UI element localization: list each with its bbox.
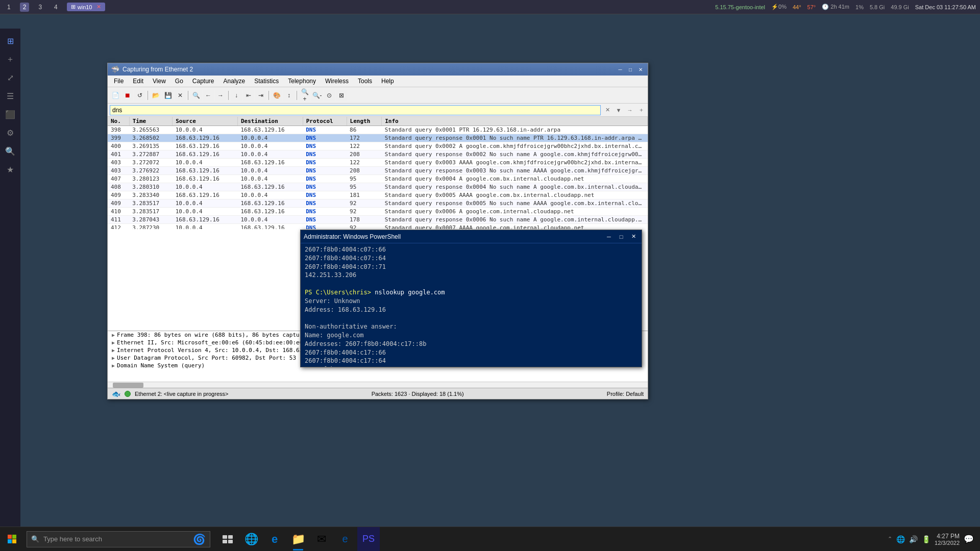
col-source[interactable]: Source bbox=[173, 117, 238, 126]
table-row[interactable]: 411 3.287043 168.63.129.16 10.0.0.4 DNS … bbox=[108, 216, 648, 224]
taskbar-edge[interactable]: e bbox=[263, 527, 286, 552]
taskbar-mail[interactable]: ✉ bbox=[310, 527, 333, 552]
btn-first[interactable]: ⇤ bbox=[243, 90, 254, 101]
search-bar[interactable]: 🔍 Type here to search 🌀 bbox=[27, 531, 210, 547]
workspace-1[interactable]: 1 bbox=[4, 3, 14, 12]
table-row[interactable]: 403 3.276922 168.63.129.16 10.0.0.4 DNS … bbox=[108, 167, 648, 175]
btn-open[interactable]: 📂 bbox=[150, 90, 161, 101]
table-row[interactable]: 400 3.269135 168.63.129.16 10.0.0.4 DNS … bbox=[108, 142, 648, 151]
menu-view[interactable]: View bbox=[149, 77, 170, 86]
menu-go[interactable]: Go bbox=[171, 77, 187, 86]
menu-capture[interactable]: Capture bbox=[188, 77, 218, 86]
menu-wireless[interactable]: Wireless bbox=[321, 77, 353, 86]
ps-minimize[interactable]: ─ bbox=[604, 232, 614, 241]
cpu2: 1% bbox=[855, 4, 864, 10]
table-row[interactable]: 410 3.283517 10.0.0.4 168.63.129.16 DNS … bbox=[108, 208, 648, 216]
col-no[interactable]: No. bbox=[108, 117, 129, 126]
col-destination[interactable]: Destination bbox=[237, 117, 303, 126]
scrollbar-thumb[interactable] bbox=[113, 383, 143, 388]
tray-show-hidden[interactable]: ⌃ bbox=[888, 536, 892, 542]
sidebar-home[interactable]: ⊞ bbox=[2, 33, 18, 49]
col-protocol[interactable]: Protocol bbox=[303, 117, 347, 126]
taskbar-ie[interactable]: 🌐 bbox=[240, 527, 262, 552]
col-length[interactable]: Length bbox=[347, 117, 382, 126]
taskview-btn[interactable] bbox=[216, 527, 239, 552]
sidebar-settings[interactable]: ⚙ bbox=[2, 124, 18, 141]
sidebar-apps[interactable]: ⬛ bbox=[2, 106, 18, 122]
btn-close[interactable]: ✕ bbox=[175, 90, 186, 101]
btn-zoom-in[interactable]: 🔍+ bbox=[299, 90, 310, 101]
wireshark-minimize[interactable]: ─ bbox=[616, 65, 624, 73]
scrollbar-area[interactable] bbox=[108, 382, 648, 388]
taskbar-ps[interactable]: PS bbox=[357, 527, 380, 552]
taskbar-ie2[interactable]: e bbox=[334, 527, 356, 552]
clock-time: 4:27 PM bbox=[935, 533, 960, 540]
menu-analyze[interactable]: Analyze bbox=[219, 77, 250, 86]
table-row[interactable]: 403 3.272072 10.0.0.4 168.63.129.16 DNS … bbox=[108, 159, 648, 167]
notification-center[interactable]: 💬 bbox=[964, 534, 974, 544]
btn-autoscroll[interactable]: ↕ bbox=[283, 90, 295, 101]
ps-maximize[interactable]: □ bbox=[616, 232, 626, 241]
win-tag[interactable]: ⊞ win10 ✕ bbox=[67, 3, 105, 11]
btn-new-capture[interactable]: 📄 bbox=[110, 90, 121, 101]
menu-file[interactable]: File bbox=[110, 77, 128, 86]
btn-find[interactable]: 🔍 bbox=[190, 90, 202, 101]
workspace-2[interactable]: 2 bbox=[20, 3, 30, 12]
col-time[interactable]: Time bbox=[129, 117, 173, 126]
detail-text: User Datagram Protocol, Src Port: 60982,… bbox=[117, 355, 296, 361]
ps-close[interactable]: ✕ bbox=[628, 232, 639, 241]
btn-goto[interactable]: ↓ bbox=[231, 90, 242, 101]
btn-save[interactable]: 💾 bbox=[162, 90, 174, 101]
ps-line: Addresses: 2607:f8b0:4004:c17::8b bbox=[305, 340, 638, 348]
btn-zoom-out[interactable]: 🔍- bbox=[311, 90, 323, 101]
desktop: ⊞ ＋ ⤢ ☰ ⬛ ⚙ 🔍 ★ ◉ ⚙ 🦈 Capturing from Eth… bbox=[0, 14, 980, 551]
table-row[interactable]: 398 3.265563 10.0.0.4 168.63.129.16 DNS … bbox=[108, 126, 648, 134]
col-info[interactable]: Info bbox=[382, 117, 648, 126]
sidebar-search[interactable]: 🔍 bbox=[2, 143, 18, 159]
btn-restart[interactable]: ↺ bbox=[134, 90, 145, 101]
taskbar-explorer[interactable]: 📁 bbox=[287, 527, 309, 552]
filter-apply[interactable]: → bbox=[625, 106, 634, 115]
workspace-3[interactable]: 3 bbox=[35, 3, 45, 12]
sep2 bbox=[188, 91, 188, 100]
menu-tools[interactable]: Tools bbox=[354, 77, 376, 86]
btn-last[interactable]: ⇥ bbox=[255, 90, 266, 101]
win-tag-close[interactable]: ✕ bbox=[96, 4, 101, 10]
filter-add[interactable]: ＋ bbox=[636, 106, 646, 115]
table-row[interactable]: 407 3.280123 168.63.129.16 10.0.0.4 DNS … bbox=[108, 175, 648, 183]
sidebar-star[interactable]: ★ bbox=[2, 161, 18, 178]
menu-statistics[interactable]: Statistics bbox=[250, 77, 283, 86]
table-row[interactable]: 412 3.287230 10.0.0.4 168.63.129.16 DNS … bbox=[108, 224, 648, 230]
table-row[interactable]: 409 3.283517 10.0.0.4 168.63.129.16 DNS … bbox=[108, 199, 648, 208]
btn-colorize[interactable]: 🎨 bbox=[271, 90, 282, 101]
sidebar-menu[interactable]: ☰ bbox=[2, 88, 18, 104]
workspace-4[interactable]: 4 bbox=[51, 3, 61, 12]
btn-zoom-reset[interactable]: ⊙ bbox=[324, 90, 335, 101]
filter-input[interactable] bbox=[110, 105, 601, 115]
filter-dropdown[interactable]: ▼ bbox=[614, 106, 623, 115]
cortana-icon: 🌀 bbox=[193, 533, 206, 545]
battery-icon[interactable]: 🔋 bbox=[922, 535, 930, 543]
system-clock[interactable]: 4:27 PM 12/3/2022 bbox=[935, 533, 960, 546]
menu-edit[interactable]: Edit bbox=[129, 77, 148, 86]
sidebar-add[interactable]: ＋ bbox=[2, 51, 18, 67]
ps-title: Administrator: Windows PowerShell bbox=[304, 233, 401, 240]
network-icon[interactable]: 🌐 bbox=[896, 535, 905, 543]
btn-stop[interactable]: ⏹ bbox=[122, 90, 133, 101]
menu-telephony[interactable]: Telephony bbox=[284, 77, 320, 86]
btn-go-back[interactable]: ← bbox=[203, 90, 214, 101]
volume-icon[interactable]: 🔊 bbox=[909, 535, 918, 543]
btn-go-fwd[interactable]: → bbox=[215, 90, 226, 101]
sidebar-layout[interactable]: ⤢ bbox=[2, 69, 18, 86]
menu-help[interactable]: Help bbox=[377, 77, 398, 86]
table-row[interactable]: 408 3.280310 10.0.0.4 168.63.129.16 DNS … bbox=[108, 183, 648, 191]
wireshark-close[interactable]: ✕ bbox=[636, 65, 645, 73]
filter-clear[interactable]: ✕ bbox=[603, 106, 612, 115]
start-button[interactable] bbox=[0, 527, 24, 552]
table-row[interactable]: 409 3.283340 168.63.129.16 10.0.0.4 DNS … bbox=[108, 191, 648, 199]
ps-line: 2607:f8b0:4004:c17::66 bbox=[305, 348, 638, 357]
table-row[interactable]: 401 3.272887 168.63.129.16 10.0.0.4 DNS … bbox=[108, 151, 648, 159]
table-row[interactable]: 399 3.268502 168.63.129.16 10.0.0.4 DNS … bbox=[108, 134, 648, 142]
wireshark-maximize[interactable]: □ bbox=[626, 65, 634, 73]
btn-resize-cols[interactable]: ⊠ bbox=[336, 90, 347, 101]
